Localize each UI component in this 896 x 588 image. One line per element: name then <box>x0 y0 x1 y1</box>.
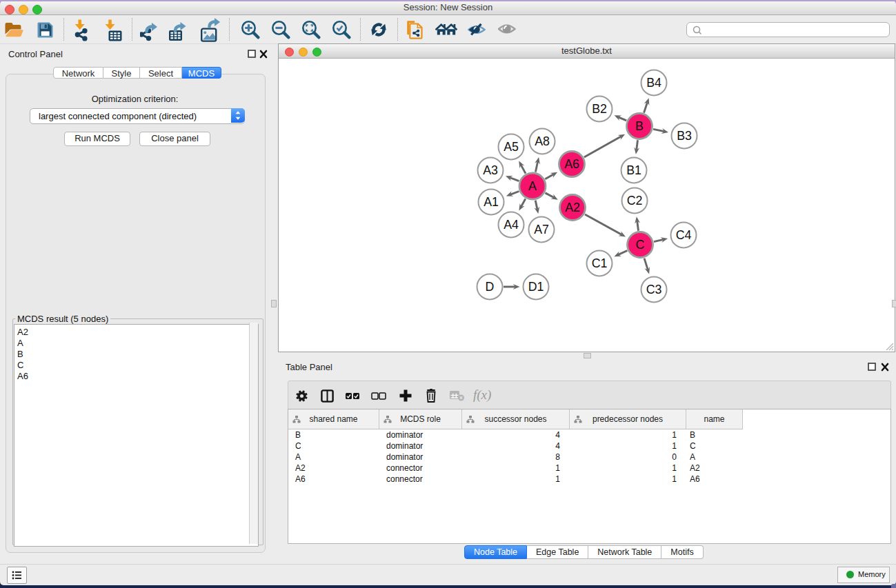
svg-text:A2: A2 <box>565 201 580 214</box>
svg-text:A4: A4 <box>504 218 519 232</box>
svg-text:B1: B1 <box>626 163 641 177</box>
svg-text:A7: A7 <box>534 223 549 236</box>
svg-text:A3: A3 <box>483 163 498 177</box>
svg-text:A6: A6 <box>564 157 579 171</box>
svg-text:C3: C3 <box>646 283 662 296</box>
svg-text:C: C <box>636 238 645 252</box>
svg-text:D1: D1 <box>528 280 544 294</box>
svg-text:B2: B2 <box>592 102 607 116</box>
svg-text:C4: C4 <box>676 228 692 242</box>
svg-text:A5: A5 <box>504 140 519 154</box>
svg-text:B4: B4 <box>646 76 661 90</box>
svg-text:A: A <box>528 179 537 193</box>
svg-text:C1: C1 <box>592 256 608 270</box>
svg-text:B: B <box>635 119 644 133</box>
svg-text:A1: A1 <box>484 195 499 209</box>
svg-text:D: D <box>486 280 495 294</box>
svg-text:C2: C2 <box>627 194 643 207</box>
svg-text:B3: B3 <box>677 129 692 143</box>
svg-text:A8: A8 <box>535 134 550 148</box>
